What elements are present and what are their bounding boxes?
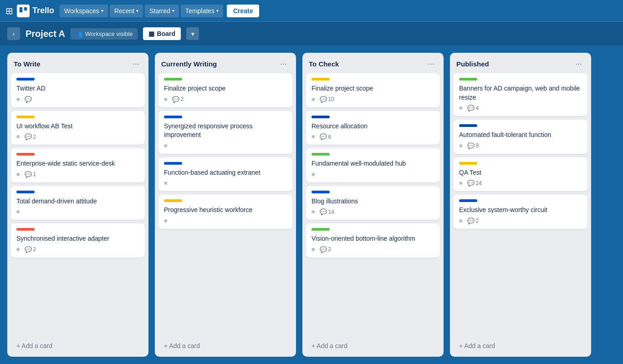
card-label-cw2 — [164, 116, 182, 118]
card-tw4[interactable]: Total demand-driven attitude≡ — [11, 186, 145, 220]
card-title-pb3: QA Test — [459, 168, 582, 177]
card-label-tw1 — [16, 78, 35, 81]
card-meta-item-pb2-1: 💬9 — [467, 142, 479, 149]
list-header-currently-writing: Currently Writing ··· — [155, 53, 296, 73]
meta-icon: 💬 — [25, 246, 32, 253]
list-to-check: To Check ··· Finalize project scope≡💬10R… — [302, 53, 444, 357]
list-title-to-write: To Write — [14, 60, 41, 68]
card-meta-item-cw1-1: 💬2 — [172, 96, 184, 103]
workspaces-menu[interactable]: Workspaces ▾ — [60, 5, 108, 17]
card-meta-cw4: ≡ — [164, 217, 287, 224]
card-meta-pb2: ≡💬9 — [459, 142, 582, 149]
card-meta-item-tw2-1: 💬2 — [25, 133, 36, 140]
card-meta-item-tw5-1: 💬2 — [25, 246, 36, 253]
card-cw1[interactable]: Finalize project scope≡💬2 — [158, 73, 292, 107]
starred-chevron: ▾ — [172, 8, 174, 13]
card-meta-tc1: ≡💬10 — [312, 96, 434, 103]
apps-icon[interactable]: ⊞ — [5, 5, 13, 16]
card-meta-item-pb3-0: ≡ — [459, 180, 463, 187]
add-card-button-to-write[interactable]: + Add a card — [11, 339, 145, 353]
svg-rect-0 — [20, 7, 23, 12]
card-label-tc3 — [312, 153, 330, 156]
card-label-tc4 — [312, 191, 330, 193]
card-title-pb4: Exclusive system-worthy circuit — [459, 206, 582, 215]
card-meta-cw3: ≡ — [164, 180, 287, 187]
card-tw5[interactable]: Synchronised interactive adapter≡💬2 — [11, 223, 145, 258]
card-pb3[interactable]: QA Test≡💬24 — [454, 157, 587, 192]
card-title-tc3: Fundamental well-modulated hub — [312, 159, 434, 168]
workspace-visibility-button[interactable]: 👥 Workspace visible — [71, 28, 138, 40]
list-menu-to-write[interactable]: ··· — [130, 58, 142, 70]
card-meta-item-pb4-1: 💬2 — [467, 217, 479, 224]
card-tc5[interactable]: Vision-oriented bottom-line algorithm≡💬2 — [306, 223, 440, 258]
templates-chevron: ▾ — [216, 8, 219, 13]
list-title-currently-writing: Currently Writing — [161, 60, 217, 68]
meta-value: 4 — [476, 105, 479, 111]
meta-icon: ≡ — [312, 96, 315, 103]
meta-icon: ≡ — [459, 142, 463, 149]
card-meta-item-tc1-1: 💬10 — [320, 96, 334, 103]
card-meta-item-cw3-0: ≡ — [164, 180, 168, 187]
card-meta-cw2: ≡ — [164, 142, 287, 149]
recent-menu[interactable]: Recent ▾ — [110, 5, 143, 17]
templates-menu[interactable]: Templates ▾ — [181, 5, 223, 17]
meta-icon: ≡ — [164, 142, 168, 149]
list-cards-to-write: Twitter AD≡💬UI workflow AB Test≡💬2Enterp… — [7, 73, 148, 337]
card-cw2[interactable]: Synergized responsive process improvemen… — [158, 111, 292, 154]
card-meta-item-pb1-0: ≡ — [459, 105, 463, 111]
meta-icon: 💬 — [467, 217, 475, 224]
add-card-button-to-check[interactable]: + Add a card — [306, 339, 440, 353]
create-button[interactable]: Create — [227, 5, 260, 17]
meta-icon: ≡ — [312, 171, 315, 178]
card-tc1[interactable]: Finalize project scope≡💬10 — [306, 73, 440, 107]
board-view-button[interactable]: ▦ Board — [143, 27, 181, 40]
card-cw4[interactable]: Progressive heuristic workforce≡ — [158, 195, 292, 229]
card-pb2[interactable]: Automated fault-tolerant function≡💬9 — [454, 120, 587, 154]
list-menu-currently-writing[interactable]: ··· — [277, 58, 290, 70]
card-tc2[interactable]: Resource allocation≡💬6 — [306, 111, 440, 145]
card-title-tc1: Finalize project scope — [312, 84, 434, 93]
card-meta-tc2: ≡💬6 — [312, 133, 434, 140]
list-menu-to-check[interactable]: ··· — [425, 58, 437, 70]
trello-logo[interactable]: Trello — [17, 5, 54, 17]
meta-value: 14 — [328, 209, 334, 215]
list-menu-published[interactable]: ··· — [572, 58, 585, 70]
add-card-button-published[interactable]: + Add a card — [454, 339, 587, 353]
card-meta-item-cw4-0: ≡ — [164, 217, 168, 224]
card-tc3[interactable]: Fundamental well-modulated hub≡ — [306, 148, 440, 182]
board-options-chevron[interactable]: ▾ — [186, 27, 199, 40]
board-view-label: Board — [157, 30, 175, 37]
card-tw3[interactable]: Enterprise-wide static service-desk≡💬1 — [11, 148, 145, 182]
card-meta-pb3: ≡💬24 — [459, 180, 582, 187]
card-label-tw3 — [16, 153, 35, 156]
meta-icon: 💬 — [320, 96, 327, 103]
starred-menu[interactable]: Starred ▾ — [145, 5, 179, 17]
meta-icon: ≡ — [164, 96, 168, 103]
card-meta-tc4: ≡💬14 — [312, 208, 434, 215]
list-cards-to-check: Finalize project scope≡💬10Resource alloc… — [302, 73, 444, 337]
list-header-to-check: To Check ··· — [302, 53, 444, 73]
card-tw2[interactable]: UI workflow AB Test≡💬2 — [11, 111, 145, 145]
add-card-button-currently-writing[interactable]: + Add a card — [158, 339, 292, 353]
card-pb4[interactable]: Exclusive system-worthy circuit≡💬2 — [454, 195, 587, 229]
meta-icon: 💬 — [320, 133, 327, 140]
card-tc4[interactable]: Blog illustrations≡💬14 — [306, 186, 440, 220]
meta-icon: ≡ — [459, 105, 463, 111]
card-meta-item-tw1-0: ≡ — [16, 96, 20, 103]
meta-icon: ≡ — [16, 246, 20, 253]
card-meta-pb1: ≡💬4 — [459, 105, 582, 111]
card-tw1[interactable]: Twitter AD≡💬 — [11, 73, 145, 107]
list-header-to-write: To Write ··· — [7, 53, 148, 73]
meta-value: 2 — [476, 217, 479, 224]
card-cw3[interactable]: Function-based actuating extranet≡ — [158, 157, 292, 192]
card-meta-item-pb1-1: 💬4 — [467, 105, 479, 111]
meta-value: 9 — [476, 142, 479, 149]
meta-value: 24 — [476, 180, 482, 187]
sidebar-toggle-button[interactable]: › — [7, 27, 20, 40]
card-label-tc1 — [312, 78, 330, 81]
card-pb1[interactable]: Banners for AD campaign, web and mobile … — [454, 73, 587, 116]
card-title-cw4: Progressive heuristic workforce — [164, 206, 287, 215]
card-meta-item-cw1-0: ≡ — [164, 96, 168, 103]
card-label-tc2 — [312, 116, 330, 118]
card-title-tw1: Twitter AD — [16, 84, 139, 93]
